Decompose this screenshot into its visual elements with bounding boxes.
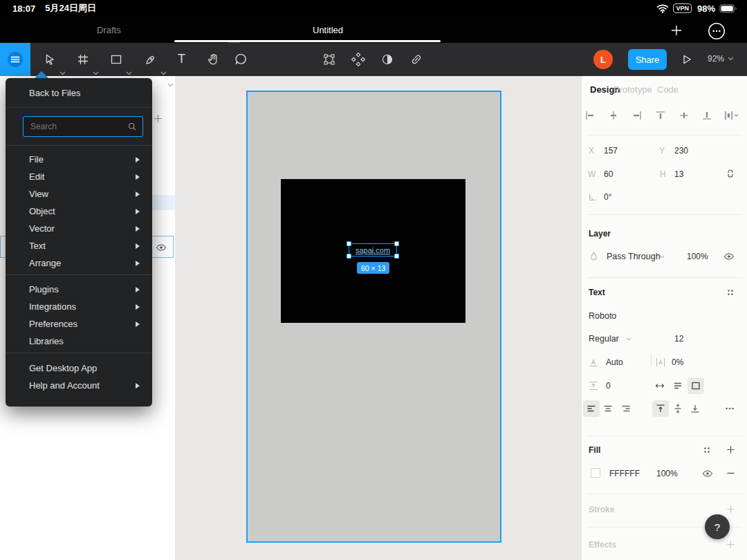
new-tab-plus-icon[interactable] [670,24,683,37]
search-input[interactable] [29,121,127,132]
rotation-value[interactable]: 0° [604,192,611,202]
pages-chevron-icon[interactable] [167,83,174,87]
constrain-proportions-icon[interactable] [725,168,736,179]
distribute-icon[interactable] [723,110,739,121]
font-family-value[interactable]: Roboto [589,311,616,321]
align-horizontal-center-icon[interactable] [608,110,619,121]
menu-item-object[interactable]: Object [6,203,152,220]
selection-handle[interactable] [394,254,399,259]
pen-tool-chevron-icon[interactable] [160,71,167,75]
frame-tool-icon[interactable] [76,53,90,66]
font-weight-value[interactable]: Regular [589,334,619,344]
create-component-icon[interactable] [351,53,365,66]
tab-prototype[interactable]: Prototype [614,84,652,95]
blend-mode-value[interactable]: Pass Through [607,252,661,261]
letter-spacing-icon [655,357,666,368]
align-left-icon[interactable] [584,110,596,121]
add-effect-plus-icon[interactable] [726,539,736,550]
menu-item-view[interactable]: View [6,185,152,203]
vertical-align-bottom-icon[interactable] [690,403,701,414]
move-tool-chevron-icon[interactable] [59,71,66,75]
line-height-value[interactable]: Auto [606,357,623,367]
fill-styles-icon[interactable] [702,445,712,455]
present-icon[interactable] [680,53,694,66]
align-top-icon[interactable] [655,110,666,121]
menu-item-text[interactable]: Text [6,237,152,254]
font-size-value[interactable]: 12 [674,334,683,344]
main-menu-button[interactable] [0,43,30,76]
auto-height-icon[interactable] [672,380,683,391]
selection-handle[interactable] [347,241,351,246]
shape-tool-icon[interactable] [109,53,123,66]
width-value[interactable]: 60 [604,169,613,179]
menu-item-integrations[interactable]: Integrations [6,298,152,315]
paragraph-spacing-icon [588,380,599,391]
menu-search-box[interactable] [23,116,143,137]
mask-icon[interactable] [380,53,394,66]
menu-item-arrange[interactable]: Arrange [6,254,152,272]
paragraph-spacing-value[interactable]: 0 [606,381,611,391]
link-icon[interactable] [409,53,423,66]
menu-item-edit[interactable]: Edit [6,168,152,185]
fill-visibility-eye-icon[interactable] [702,468,713,479]
text-align-center-icon[interactable] [602,403,614,414]
align-right-icon[interactable] [631,110,643,121]
add-fill-plus-icon[interactable] [726,445,736,455]
more-options-icon[interactable] [708,22,726,40]
menu-item-get-desktop-app[interactable]: Get Desktop App [6,360,152,377]
selection-handle[interactable] [394,241,399,246]
selected-text[interactable]: sapai.com [356,246,390,254]
comment-tool-icon[interactable] [234,52,248,66]
remove-fill-minus-icon[interactable] [726,468,736,478]
vertical-align-top-icon[interactable] [652,400,669,417]
avatar[interactable]: L [593,50,613,69]
text-tool-icon[interactable]: T [178,52,185,66]
frame[interactable]: sapai.com 60 × 13 [248,92,500,541]
move-tool-icon[interactable] [43,53,57,66]
layer-opacity-value[interactable]: 100% [687,252,708,261]
share-button[interactable]: Share [628,49,667,70]
layer-visibility-eye-icon[interactable] [723,251,735,262]
align-vertical-center-icon[interactable] [679,110,690,121]
menu-item-preferences[interactable]: Preferences [6,315,152,333]
menu-item-help-and-account[interactable]: Help and Account [6,377,152,394]
menu-item-file[interactable]: File [6,151,152,168]
help-button[interactable]: ? [705,514,730,539]
edit-object-icon[interactable] [322,53,336,66]
vertical-align-middle-icon[interactable] [672,403,683,414]
fill-hex-value[interactable]: FFFFFF [609,469,640,478]
fixed-size-icon[interactable] [688,377,704,394]
canvas[interactable]: sapai.com 60 × 13 [175,76,581,560]
auto-width-icon[interactable] [654,380,665,391]
menu-item-libraries[interactable]: Libraries [6,333,152,350]
text-more-options-icon[interactable] [724,403,735,414]
text-align-right-icon[interactable] [620,403,631,414]
pen-tool-icon[interactable] [144,53,158,66]
back-to-files-item[interactable]: Back to Files [6,78,152,107]
letter-spacing-value[interactable]: 0% [672,357,683,367]
menu-item-vector[interactable]: Vector [6,220,152,237]
frame-tool-chevron-icon[interactable] [93,71,99,75]
height-label: H [660,169,666,179]
menu-item-plugins[interactable]: Plugins [6,281,152,298]
y-value[interactable]: 230 [674,146,688,156]
align-bottom-icon[interactable] [701,110,712,121]
height-value[interactable]: 13 [674,169,683,179]
text-selection-box[interactable]: sapai.com [349,243,397,256]
hand-tool-icon[interactable] [206,52,221,66]
text-align-left-icon[interactable] [583,400,600,417]
zoom-control[interactable]: 92% [708,54,734,64]
shape-tool-chevron-icon[interactable] [126,71,132,75]
x-value[interactable]: 157 [604,146,618,156]
fill-opacity-value[interactable]: 100% [656,469,678,478]
layer-visibility-eye-icon[interactable] [156,242,167,253]
blend-mode-icon[interactable] [589,251,599,261]
fill-color-swatch[interactable] [591,468,600,478]
text-details-icon[interactable] [726,288,735,297]
tab-code[interactable]: Code [657,84,679,95]
tab-untitled[interactable]: Untitled [313,25,343,35]
add-stroke-plus-icon[interactable] [726,504,736,514]
tab-drafts[interactable]: Drafts [97,25,121,35]
add-page-plus-icon[interactable] [153,113,163,124]
selection-handle[interactable] [347,254,351,259]
